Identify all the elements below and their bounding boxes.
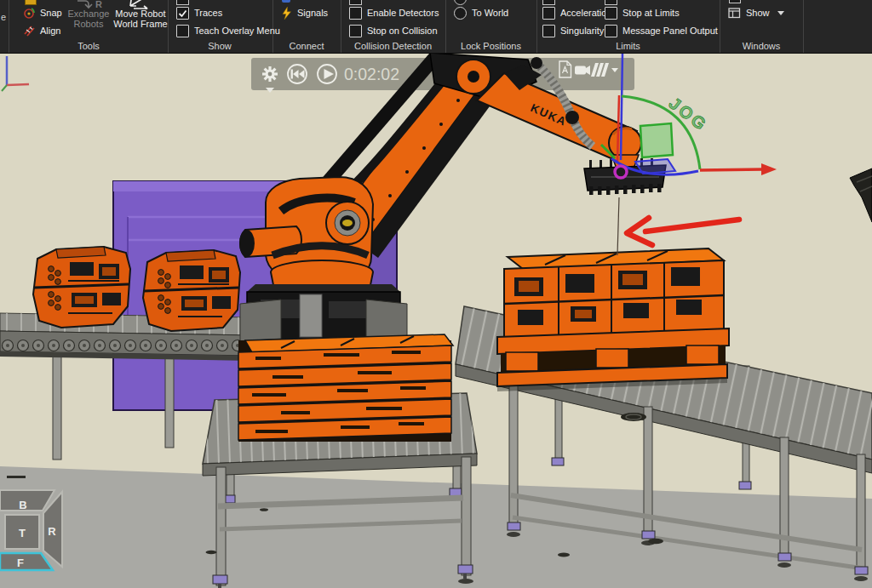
view-cube[interactable]: B T R F [0, 490, 62, 570]
message-panel-output-checkbox[interactable] [605, 25, 617, 37]
message-panel-output-checkbox-row[interactable]: Message Panel Output [605, 24, 718, 37]
align-icon [23, 25, 35, 37]
acceleration-checkbox[interactable] [542, 7, 555, 20]
singularity-checkbox-row[interactable]: Singularity [542, 24, 604, 37]
check-icon [177, 8, 188, 19]
view-cube-label-front: F [17, 557, 24, 569]
group-label-collision-detection: Collision Detection [341, 41, 445, 51]
jog-plane-handle-green[interactable] [640, 123, 673, 157]
engine-part-left-2[interactable] [143, 250, 240, 331]
floor-mark [7, 476, 26, 478]
clipped-checkbox-top [176, 0, 189, 5]
to-world-radio-row[interactable]: To World [454, 6, 508, 20]
stop-at-limits-label: Stop at Limits [622, 8, 680, 18]
ribbon-group-connect: Signals Connect [272, 0, 341, 53]
clipped-checkbox-top [605, 0, 617, 5]
group-label-connect: Connect [272, 41, 341, 51]
traces-checkbox-row[interactable]: Traces [176, 6, 222, 20]
enable-detectors-label: Enable Detectors [367, 8, 439, 18]
group-label-limits: Limits [536, 41, 720, 51]
singularity-label: Singularity [560, 26, 604, 36]
engine-part-left-1[interactable] [33, 247, 130, 328]
ribbon-group-windows: Show Windows [720, 0, 804, 53]
enable-detectors-checkbox-row[interactable]: Enable Detectors [349, 6, 439, 20]
ribbon-toolbar: e R Snap Align Exchange Robots Move [0, 0, 872, 54]
clipped-icon-top [729, 0, 741, 3]
group-label-show: Show [167, 41, 272, 51]
clipped-radio-top [454, 0, 467, 5]
group-label-tools: Tools [9, 41, 168, 51]
snap-button[interactable]: Snap [23, 6, 62, 20]
jog-x-arrow[interactable] [700, 169, 763, 170]
window-layout-icon [728, 7, 741, 19]
ribbon-group-collision-detection: Enable Detectors Stop on Collision Colli… [341, 0, 446, 53]
settings-gear-icon[interactable] [262, 66, 278, 82]
view-cube-label-back: B [19, 499, 26, 511]
stop-on-collision-checkbox[interactable] [349, 25, 362, 37]
stop-at-limits-checkbox[interactable] [605, 7, 617, 20]
snap-label: Snap [40, 8, 62, 18]
snap-icon [23, 7, 35, 19]
clipped-label-fragment: e [1, 12, 6, 22]
clipped-checkbox-top [349, 0, 362, 5]
traces-checkbox[interactable] [176, 7, 189, 20]
clipped-checkbox-top [542, 0, 555, 5]
teach-overlay-menu-checkbox-row[interactable]: Teach Overlay Menu [176, 24, 280, 37]
robot-base-motor [300, 294, 322, 337]
to-world-label: To World [472, 8, 508, 18]
chevron-down-icon [777, 11, 784, 15]
orange-pallet [497, 328, 729, 391]
ribbon-group-tools: R Snap Align Exchange Robots Move Robot … [9, 0, 169, 53]
group-label-windows: Windows [720, 41, 803, 51]
to-world-radio[interactable] [454, 7, 467, 20]
view-cube-label-top: T [19, 527, 26, 539]
singularity-checkbox[interactable] [542, 25, 555, 37]
ribbon-group-limits: Acceleration Singularity Stop at Limits … [536, 0, 720, 53]
signals-label: Signals [297, 8, 328, 18]
robot-base-wing-left [240, 300, 281, 341]
ribbon-group-lock-positions: To World Lock Positions [445, 0, 537, 53]
robot-joint-marker [342, 220, 353, 226]
jog-plane-handle-blue[interactable] [635, 159, 675, 174]
traces-label: Traces [194, 8, 222, 18]
teach-overlay-menu-checkbox[interactable] [176, 25, 189, 37]
teach-overlay-menu-label: Teach Overlay Menu [194, 26, 280, 36]
pallet-stack-right[interactable] [497, 248, 729, 391]
robot-base-wing-right [366, 300, 407, 341]
move-robot-world-frame-button[interactable]: Move Robot World Frame [105, 9, 176, 29]
stop-on-collision-checkbox-row[interactable]: Stop on Collision [349, 24, 438, 37]
group-label-lock-positions: Lock Positions [445, 41, 536, 51]
video-record-icon[interactable] [575, 66, 590, 75]
ribbon-group-show: Traces Teach Overlay Menu Show [167, 0, 273, 53]
windows-show-dropdown[interactable]: Show [728, 6, 784, 20]
robot-base-top [247, 284, 400, 292]
signals-button[interactable]: Signals [281, 6, 328, 20]
windows-show-label: Show [746, 8, 770, 18]
tray-stack-center[interactable] [238, 334, 453, 442]
3d-viewport[interactable]: 0:02:02 [0, 53, 872, 588]
clipped-icon-top [282, 0, 290, 3]
elapsed-time: 0:02:02 [344, 65, 399, 83]
signals-lightning-icon [281, 7, 292, 20]
acceleration-checkbox-row[interactable]: Acceleration [542, 6, 612, 20]
message-panel-output-label: Message Panel Output [622, 26, 718, 36]
view-cube-label-right: R [48, 525, 56, 538]
clipped-icon-top [25, 0, 37, 5]
enable-detectors-checkbox[interactable] [349, 7, 362, 20]
align-label: Align [40, 26, 60, 36]
align-button[interactable]: Align [23, 24, 60, 37]
stop-on-collision-label: Stop on Collision [367, 26, 438, 36]
stop-at-limits-checkbox-row[interactable]: Stop at Limits [605, 6, 680, 20]
